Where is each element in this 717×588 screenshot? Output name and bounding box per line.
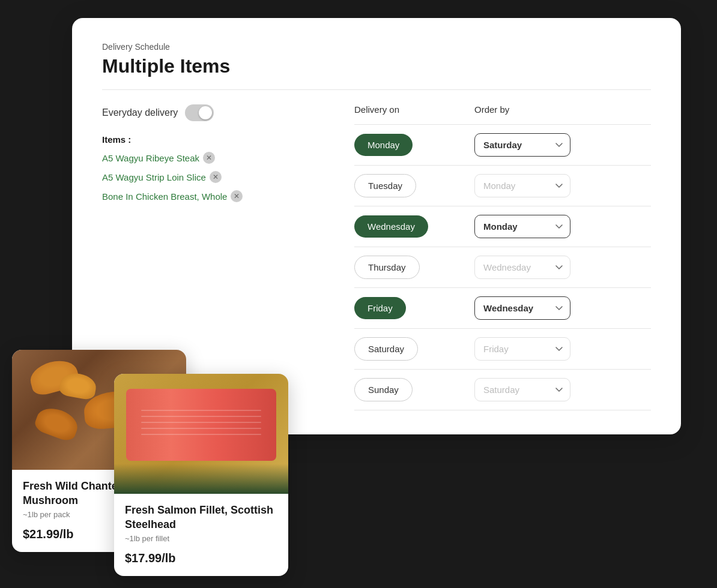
salmon-fillet [126, 389, 276, 461]
day-pill-wednesday[interactable]: Wednesday [354, 215, 474, 238]
schedule-panel: Delivery on Order by Monday Saturday Fri… [354, 104, 651, 410]
everyday-row: Everyday delivery [102, 104, 330, 121]
order-by-monday-select[interactable]: Saturday Friday Thursday [474, 133, 570, 157]
schedule-row-tuesday: Tuesday Monday Sunday [354, 166, 651, 206]
day-pill-sunday[interactable]: Sunday [354, 378, 474, 401]
list-item: A5 Wagyu Strip Loin Slice ✕ [102, 171, 330, 183]
product-card-salmon[interactable]: Fresh Salmon Fillet, Scottish Steelhead … [114, 374, 288, 576]
day-pill-tuesday[interactable]: Tuesday [354, 174, 474, 197]
list-item: A5 Wagyu Ribeye Steak ✕ [102, 152, 330, 164]
day-pill-monday[interactable]: Monday [354, 134, 474, 156]
salmon-bg [114, 374, 288, 494]
schedule-rows: Monday Saturday Friday Thursday [354, 124, 651, 410]
day-pill-saturday[interactable]: Saturday [354, 337, 474, 361]
order-dropdown-saturday[interactable]: Friday Thursday [474, 337, 651, 361]
salmon-card-body: Fresh Salmon Fillet, Scottish Steelhead … [114, 494, 288, 576]
order-by-thursday-select[interactable]: Wednesday Tuesday [474, 256, 570, 279]
schedule-header: Delivery on Order by [354, 104, 651, 115]
order-by-friday-select[interactable]: Wednesday Tuesday [474, 296, 570, 320]
page-title: Multiple Items [102, 55, 651, 90]
friday-pill[interactable]: Friday [354, 297, 406, 319]
delivery-col-header: Delivery on [354, 104, 474, 115]
salmon-line [141, 416, 261, 417]
salmon-line [141, 434, 261, 435]
monday-pill[interactable]: Monday [354, 134, 413, 156]
breadcrumb: Delivery Schedule [102, 42, 651, 52]
schedule-row-sunday: Sunday Saturday Friday [354, 370, 651, 410]
order-by-sunday-select[interactable]: Saturday Friday [474, 378, 570, 401]
salmon-line [141, 428, 261, 429]
thursday-pill[interactable]: Thursday [354, 256, 420, 279]
salmon-line [141, 410, 261, 411]
day-pill-thursday[interactable]: Thursday [354, 256, 474, 279]
order-by-wednesday-select[interactable]: Monday Sunday [474, 215, 570, 238]
saturday-pill[interactable]: Saturday [354, 337, 418, 361]
order-by-tuesday-select[interactable]: Monday Sunday [474, 174, 570, 197]
sunday-pill[interactable]: Sunday [354, 378, 413, 401]
item-list: A5 Wagyu Ribeye Steak ✕ A5 Wagyu Strip L… [102, 152, 330, 202]
scene: Delivery Schedule Multiple Items Everyda… [0, 0, 717, 588]
salmon-title: Fresh Salmon Fillet, Scottish Steelhead [125, 503, 277, 532]
day-pill-friday[interactable]: Friday [354, 297, 474, 319]
remove-item-2-button[interactable]: ✕ [210, 171, 222, 183]
order-by-saturday-select[interactable]: Friday Thursday [474, 337, 570, 361]
wednesday-pill[interactable]: Wednesday [354, 215, 428, 238]
salmon-lines [141, 410, 261, 470]
tuesday-pill[interactable]: Tuesday [354, 174, 416, 197]
item-name-1: A5 Wagyu Ribeye Steak [102, 153, 199, 163]
order-col-header: Order by [474, 104, 651, 115]
remove-item-3-button[interactable]: ✕ [231, 190, 243, 202]
order-dropdown-wednesday[interactable]: Monday Sunday [474, 215, 651, 238]
schedule-row-saturday: Saturday Friday Thursday [354, 329, 651, 370]
order-dropdown-friday[interactable]: Wednesday Tuesday [474, 296, 651, 320]
list-item: Bone In Chicken Breast, Whole ✕ [102, 190, 330, 202]
remove-item-1-button[interactable]: ✕ [203, 152, 215, 164]
order-dropdown-tuesday[interactable]: Monday Sunday [474, 174, 651, 197]
salmon-subtitle: ~1lb per fillet [125, 534, 277, 543]
order-dropdown-monday[interactable]: Saturday Friday Thursday [474, 133, 651, 157]
item-name-3: Bone In Chicken Breast, Whole [102, 191, 227, 202]
mushroom-shape-2 [32, 404, 81, 443]
schedule-row-friday: Friday Wednesday Tuesday [354, 288, 651, 329]
order-dropdown-sunday[interactable]: Saturday Friday [474, 378, 651, 401]
schedule-row-wednesday: Wednesday Monday Sunday [354, 206, 651, 247]
salmon-price: $17.99/lb [125, 551, 277, 565]
seaweed-decoration [114, 464, 288, 494]
schedule-row-thursday: Thursday Wednesday Tuesday [354, 247, 651, 288]
item-name-2: A5 Wagyu Strip Loin Slice [102, 172, 206, 182]
order-dropdown-thursday[interactable]: Wednesday Tuesday [474, 256, 651, 279]
everyday-label: Everyday delivery [102, 107, 178, 118]
everyday-toggle[interactable] [185, 104, 214, 121]
salmon-line [141, 422, 261, 423]
schedule-row-monday: Monday Saturday Friday Thursday [354, 125, 651, 166]
salmon-image [114, 374, 288, 494]
items-label: Items : [102, 134, 330, 145]
